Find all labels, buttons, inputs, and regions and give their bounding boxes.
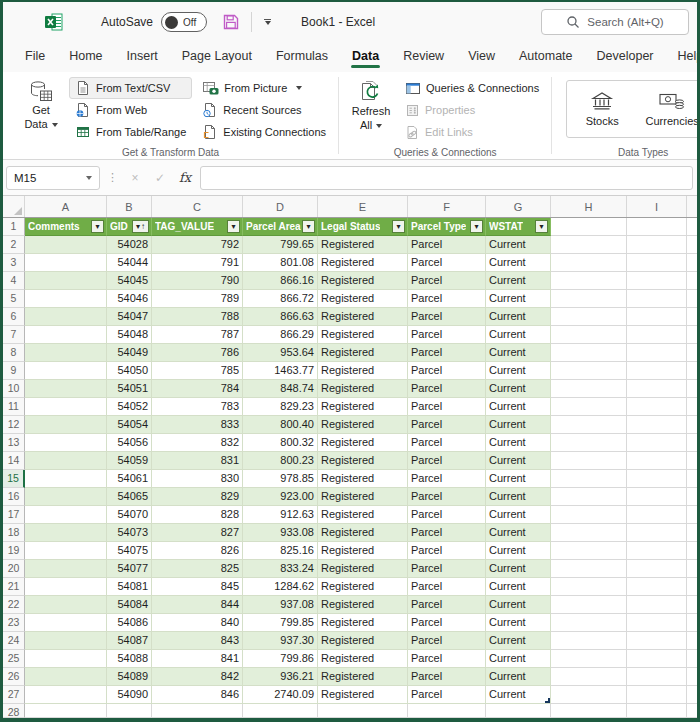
cell[interactable] [627, 686, 687, 704]
cell[interactable] [551, 308, 627, 326]
column-header-i[interactable]: I [627, 196, 687, 217]
row-header[interactable]: 15 [3, 470, 25, 488]
cell[interactable] [627, 326, 687, 344]
cell[interactable] [627, 362, 687, 380]
cell-parcel-area[interactable]: 848.74 [243, 380, 318, 398]
cell[interactable] [627, 398, 687, 416]
row-header[interactable]: 6 [3, 308, 25, 326]
cell-legal-status[interactable]: Registered [318, 614, 408, 632]
cell-legal-status[interactable]: Registered [318, 632, 408, 650]
cell-comments[interactable] [25, 272, 107, 290]
cell-gid[interactable]: 54086 [107, 614, 152, 632]
cell[interactable] [551, 668, 627, 686]
cell-gid[interactable]: 54061 [107, 470, 152, 488]
cell[interactable] [627, 578, 687, 596]
cell-legal-status[interactable]: Registered [318, 398, 408, 416]
cell-parcel-area[interactable]: 800.32 [243, 434, 318, 452]
cell-legal-status[interactable]: Registered [318, 524, 408, 542]
cell-legal-status[interactable]: Registered [318, 362, 408, 380]
cell[interactable] [627, 416, 687, 434]
cell-comments[interactable] [25, 542, 107, 560]
tab-review[interactable]: Review [391, 44, 456, 72]
cell[interactable] [627, 596, 687, 614]
cell-parcel-area[interactable]: 829.23 [243, 398, 318, 416]
cell[interactable] [687, 596, 697, 614]
row-header[interactable]: 25 [3, 650, 25, 668]
cell-gid[interactable]: 54047 [107, 308, 152, 326]
cell[interactable] [107, 704, 152, 718]
cell-comments[interactable] [25, 452, 107, 470]
cell-legal-status[interactable]: Registered [318, 290, 408, 308]
cell[interactable] [551, 650, 627, 668]
table-header-cell-c[interactable]: TAG_VALUE▾ [152, 218, 243, 236]
column-header-g[interactable]: G [486, 196, 551, 217]
cell[interactable] [551, 578, 627, 596]
cell-parcel-type[interactable]: Parcel [408, 326, 486, 344]
cell-wstat[interactable]: Current [486, 650, 551, 668]
cell-gid[interactable]: 54050 [107, 362, 152, 380]
row-header[interactable]: 11 [3, 398, 25, 416]
cell-tag-value[interactable]: 786 [152, 344, 243, 362]
cell[interactable] [687, 470, 697, 488]
cell[interactable] [551, 614, 627, 632]
currencies-button[interactable]: Currencies [637, 91, 700, 127]
refresh-all-button[interactable]: Refresh All [347, 77, 395, 132]
cell-tag-value[interactable]: 784 [152, 380, 243, 398]
cell-legal-status[interactable]: Registered [318, 650, 408, 668]
cell[interactable] [687, 488, 697, 506]
filter-sort-asc-button[interactable]: ▾↑ [132, 220, 149, 233]
cell-parcel-area[interactable]: 825.16 [243, 542, 318, 560]
cell-parcel-area[interactable]: 866.16 [243, 272, 318, 290]
cell-legal-status[interactable]: Registered [318, 326, 408, 344]
cell[interactable] [243, 704, 318, 718]
cell[interactable] [687, 416, 697, 434]
cell-legal-status[interactable]: Registered [318, 596, 408, 614]
cell-tag-value[interactable]: 826 [152, 542, 243, 560]
cell-parcel-area[interactable]: 800.23 [243, 452, 318, 470]
column-header-c[interactable]: C [152, 196, 243, 217]
cell[interactable] [627, 524, 687, 542]
cell-wstat[interactable]: Current [486, 632, 551, 650]
cell-tag-value[interactable]: 844 [152, 596, 243, 614]
cell-parcel-area[interactable]: 937.30 [243, 632, 318, 650]
cell-comments[interactable] [25, 380, 107, 398]
cell[interactable] [687, 380, 697, 398]
cell-gid[interactable]: 54065 [107, 488, 152, 506]
tab-automate[interactable]: Automate [507, 44, 585, 72]
cell[interactable] [687, 236, 697, 254]
row-header[interactable]: 5 [3, 290, 25, 308]
cell-gid[interactable]: 54059 [107, 452, 152, 470]
table-header-cell-b[interactable]: GID▾↑ [107, 218, 152, 236]
cell[interactable] [551, 326, 627, 344]
cell[interactable] [551, 398, 627, 416]
cell[interactable] [627, 542, 687, 560]
cell-tag-value[interactable]: 787 [152, 326, 243, 344]
cell-gid[interactable]: 54049 [107, 344, 152, 362]
cell-parcel-area[interactable]: 953.64 [243, 344, 318, 362]
cell-parcel-type[interactable]: Parcel [408, 650, 486, 668]
cell-gid[interactable]: 54077 [107, 560, 152, 578]
column-header-d[interactable]: D [243, 196, 318, 217]
cell-legal-status[interactable]: Registered [318, 452, 408, 470]
cell[interactable] [627, 650, 687, 668]
cell-comments[interactable] [25, 506, 107, 524]
cell-parcel-type[interactable]: Parcel [408, 578, 486, 596]
cell-tag-value[interactable]: 829 [152, 488, 243, 506]
cell-gid[interactable]: 54052 [107, 398, 152, 416]
tab-formulas[interactable]: Formulas [264, 44, 340, 72]
cell[interactable] [687, 506, 697, 524]
cell-parcel-area[interactable]: 923.00 [243, 488, 318, 506]
from-table-range-button[interactable]: From Table/Range [69, 121, 192, 143]
cell-parcel-area[interactable]: 936.21 [243, 668, 318, 686]
row-header[interactable]: 14 [3, 452, 25, 470]
from-picture-button[interactable]: From Picture [196, 77, 332, 99]
cell[interactable] [627, 488, 687, 506]
cell-gid[interactable]: 54056 [107, 434, 152, 452]
table-header-cell-a[interactable]: Comments▾ [25, 218, 107, 236]
tab-data[interactable]: Data [340, 44, 391, 72]
cell-comments[interactable] [25, 650, 107, 668]
cell-parcel-area[interactable]: 799.85 [243, 614, 318, 632]
cell-legal-status[interactable]: Registered [318, 236, 408, 254]
cell[interactable] [687, 704, 697, 718]
tab-home[interactable]: Home [57, 44, 114, 72]
